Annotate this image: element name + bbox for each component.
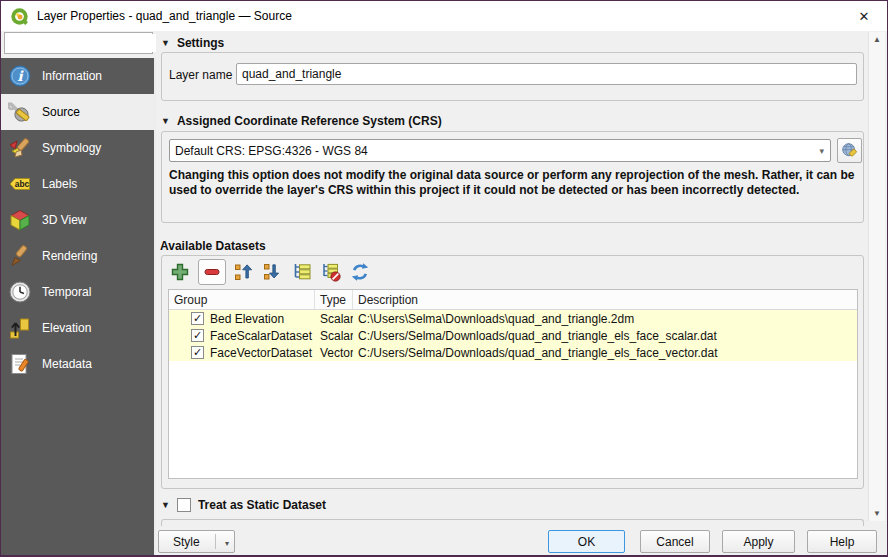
static-dataset-label: Treat as Static Dataset xyxy=(198,498,326,512)
reload-datasets-button[interactable] xyxy=(349,261,371,283)
uncheck-all-datasets-button[interactable] xyxy=(320,261,342,283)
crs-picker-button[interactable] xyxy=(837,138,862,163)
collapse-triangle-icon[interactable]: ▼ xyxy=(161,116,170,126)
tab-label: Labels xyxy=(42,177,77,191)
uncheck-all-datasets-icon xyxy=(321,262,341,282)
tab-source[interactable]: Source xyxy=(1,94,154,130)
crs-combobox[interactable]: Default CRS: EPSG:4326 - WGS 84 ▾ xyxy=(169,139,831,162)
dataset-group-name: Bed Elevation xyxy=(210,312,284,326)
table-row[interactable]: ✓ Bed Elevation Scalar C:\Users\Selma\Do… xyxy=(169,310,857,327)
style-button[interactable]: Style ▾ xyxy=(158,530,235,553)
layer-name-label: Layer name xyxy=(169,68,232,82)
crs-section-header[interactable]: ▼ Assigned Coordinate Reference System (… xyxy=(161,114,442,128)
dataset-description: C:/Users/Selma/Downloads/quad_and_triang… xyxy=(353,329,857,343)
dataset-type: Scalar xyxy=(315,329,353,343)
add-dataset-button[interactable] xyxy=(169,261,191,283)
tab-label: Source xyxy=(42,105,80,119)
scroll-down-icon[interactable]: ▼ xyxy=(869,506,885,521)
tab-labels[interactable]: abc Labels xyxy=(1,166,154,202)
ok-button[interactable]: OK xyxy=(548,530,625,553)
apply-button[interactable]: Apply xyxy=(722,530,795,553)
tab-symbology[interactable]: Symbology xyxy=(1,130,154,166)
check-icon: ✓ xyxy=(193,347,202,358)
check-all-datasets-icon xyxy=(292,262,312,282)
dataset-checkbox[interactable]: ✓ xyxy=(191,312,204,325)
search-box[interactable] xyxy=(4,32,153,54)
check-icon: ✓ xyxy=(193,313,202,324)
vertical-scrollbar[interactable]: ▲ ▼ xyxy=(868,32,885,521)
add-dataset-icon xyxy=(170,262,190,282)
svg-text:abc: abc xyxy=(15,179,30,189)
tab-temporal[interactable]: Temporal xyxy=(1,274,154,310)
crs-header-label: Assigned Coordinate Reference System (CR… xyxy=(177,114,442,128)
reload-datasets-icon xyxy=(350,262,370,282)
expand-down-icon xyxy=(263,262,283,282)
static-dataset-checkbox[interactable] xyxy=(177,498,191,512)
source-panel: ▼ Settings Layer name ▼ Assigned Coordin… xyxy=(156,31,886,554)
tab-label: Rendering xyxy=(42,249,97,263)
collapse-triangle-icon[interactable]: ▼ xyxy=(161,500,170,510)
layer-name-input[interactable] xyxy=(236,63,857,85)
settings-section-header[interactable]: ▼ Settings xyxy=(161,36,224,50)
help-button[interactable]: Help xyxy=(807,530,877,553)
labels-icon: abc xyxy=(8,172,32,196)
crs-globe-pencil-icon xyxy=(841,142,858,159)
tab-rendering[interactable]: Rendering xyxy=(1,238,154,274)
dataset-group-name: FaceScalarDataset xyxy=(210,329,312,343)
chevron-down-icon: ▾ xyxy=(819,146,824,156)
settings-header-label: Settings xyxy=(177,36,224,50)
check-all-datasets-button[interactable] xyxy=(291,261,313,283)
sidebar-tabs: i Information Source xyxy=(1,58,156,555)
tab-label: Temporal xyxy=(42,285,91,299)
scroll-up-icon[interactable]: ▲ xyxy=(869,32,885,47)
tab-label: Symbology xyxy=(42,141,101,155)
info-icon: i xyxy=(8,64,32,88)
crs-selected-value: Default CRS: EPSG:4326 - WGS 84 xyxy=(175,144,368,158)
dataset-group-name: FaceVectorDataset xyxy=(210,346,312,360)
elevation-icon xyxy=(8,316,32,340)
dataset-description: C:/Users/Selma/Downloads/quad_and_triang… xyxy=(353,346,857,360)
column-header-description[interactable]: Description xyxy=(353,290,857,309)
qgis-logo-icon xyxy=(10,7,29,26)
crs-warning-text: Changing this option does not modify the… xyxy=(169,168,863,198)
datasets-toolbar xyxy=(169,258,371,286)
symbology-icon xyxy=(8,136,32,160)
remove-dataset-button[interactable] xyxy=(198,259,226,285)
static-dataset-section-header[interactable]: ▼ Treat as Static Dataset xyxy=(161,498,326,512)
metadata-icon xyxy=(8,352,32,376)
rendering-icon xyxy=(8,244,32,268)
remove-dataset-icon xyxy=(202,262,222,282)
dataset-type: Scalar xyxy=(315,312,353,326)
search-input[interactable] xyxy=(9,34,164,52)
cancel-button[interactable]: Cancel xyxy=(640,530,710,553)
layer-properties-dialog: Layer Properties - quad_and_triangle — S… xyxy=(0,0,888,557)
dataset-checkbox[interactable]: ✓ xyxy=(191,346,204,359)
tab-label: Information xyxy=(42,69,102,83)
datasets-table-header[interactable]: Group Type Description xyxy=(169,290,857,310)
collapse-up-button[interactable] xyxy=(233,261,255,283)
sidebar: i Information Source xyxy=(1,31,156,555)
tab-information[interactable]: i Information xyxy=(1,58,154,94)
dataset-checkbox[interactable]: ✓ xyxy=(191,329,204,342)
tab-label: 3D View xyxy=(42,213,86,227)
tab-elevation[interactable]: Elevation xyxy=(1,310,154,346)
static-dataset-frame xyxy=(161,519,864,526)
sidebar-search-area xyxy=(1,31,156,57)
tab-label: Elevation xyxy=(42,321,91,335)
dataset-description: C:\Users\Selma\Downloads\quad_and_triang… xyxy=(353,312,857,326)
dataset-type: Vector xyxy=(315,346,353,360)
tab-metadata[interactable]: Metadata xyxy=(1,346,154,382)
table-row[interactable]: ✓ FaceVectorDataset Vector C:/Users/Selm… xyxy=(169,344,857,361)
datasets-table[interactable]: Group Type Description ✓ Bed Elevation S… xyxy=(168,289,858,479)
collapse-triangle-icon[interactable]: ▼ xyxy=(161,38,170,48)
close-button[interactable]: ✕ xyxy=(841,1,887,31)
table-row[interactable]: ✓ FaceScalarDataset Scalar C:/Users/Selm… xyxy=(169,327,857,344)
tab-label: Metadata xyxy=(42,357,92,371)
column-header-group[interactable]: Group xyxy=(169,290,315,309)
column-header-type[interactable]: Type xyxy=(315,290,353,309)
3d-view-icon xyxy=(8,208,32,232)
check-icon: ✓ xyxy=(193,330,202,341)
expand-down-button[interactable] xyxy=(262,261,284,283)
chevron-down-icon: ▾ xyxy=(225,539,229,548)
tab-3d-view[interactable]: 3D View xyxy=(1,202,154,238)
